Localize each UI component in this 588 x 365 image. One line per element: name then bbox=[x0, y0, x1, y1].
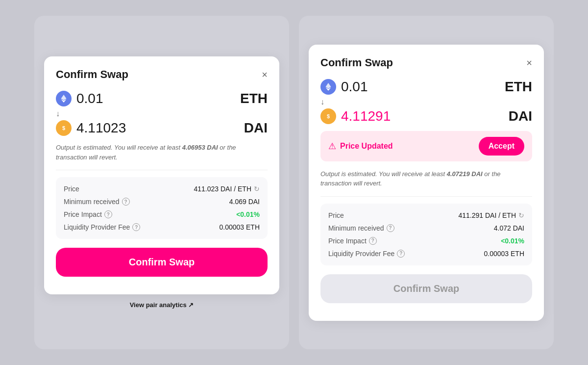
price-updated-text: Price Updated bbox=[340, 142, 393, 151]
left-from-amount: 0.01 bbox=[76, 91, 103, 106]
left-panel-container: Confirm Swap × 0.01 ETH ↓ bbox=[34, 16, 289, 349]
right-price-row: Price 411.291 DAI / ETH ↻ bbox=[328, 211, 524, 219]
right-dai-icon: $ bbox=[320, 108, 336, 124]
left-confirm-swap-button[interactable]: Confirm Swap bbox=[56, 248, 268, 277]
right-price-value: 411.291 DAI / ETH ↻ bbox=[458, 211, 524, 219]
right-divider bbox=[320, 196, 532, 197]
price-updated-left: ⚠ Price Updated bbox=[328, 141, 393, 152]
left-price-value-text: 411.023 DAI / ETH bbox=[194, 185, 251, 193]
left-price-value: 411.023 DAI / ETH ↻ bbox=[194, 185, 260, 193]
right-to-token-row: $ 4.11291 DAI bbox=[320, 108, 532, 124]
left-lp-fee-value: 0.00003 ETH bbox=[220, 223, 260, 231]
right-min-received-row: Minimum received ? 4.072 DAI bbox=[328, 224, 524, 232]
svg-text:$: $ bbox=[327, 113, 330, 119]
right-from-token-left: 0.01 bbox=[320, 79, 368, 95]
left-dai-icon: $ bbox=[56, 120, 72, 136]
right-refresh-icon[interactable]: ↻ bbox=[518, 211, 524, 219]
left-min-received-label: Minimum received ? bbox=[64, 198, 130, 206]
page-wrapper: Confirm Swap × 0.01 ETH ↓ bbox=[0, 0, 588, 365]
left-price-impact-row: Price Impact ? <0.01% bbox=[64, 210, 260, 218]
left-close-button[interactable]: × bbox=[262, 70, 268, 79]
left-min-received-row: Minimum received ? 4.069 DAI bbox=[64, 198, 260, 206]
left-price-impact-value: <0.01% bbox=[236, 210, 260, 218]
right-price-impact-label: Price Impact ? bbox=[328, 237, 377, 245]
left-estimated-bold: 4.06953 DAI bbox=[182, 144, 218, 151]
left-min-received-info-icon[interactable]: ? bbox=[122, 198, 130, 206]
right-lp-fee-info-icon[interactable]: ? bbox=[397, 250, 405, 258]
left-modal: Confirm Swap × 0.01 ETH ↓ bbox=[44, 56, 279, 294]
right-close-button[interactable]: × bbox=[526, 58, 532, 68]
left-to-token-row: $ 4.11023 DAI bbox=[56, 120, 268, 136]
left-refresh-icon[interactable]: ↻ bbox=[254, 185, 260, 193]
left-price-row: Price 411.023 DAI / ETH ↻ bbox=[64, 185, 260, 193]
left-details-section: Price 411.023 DAI / ETH ↻ Minimum receiv… bbox=[56, 177, 268, 239]
right-from-symbol: ETH bbox=[505, 79, 532, 95]
left-modal-title: Confirm Swap bbox=[56, 68, 128, 81]
right-confirm-swap-button: Confirm Swap bbox=[320, 274, 532, 303]
right-to-token-left: $ 4.11291 bbox=[320, 108, 391, 124]
left-price-impact-label: Price Impact ? bbox=[64, 210, 112, 218]
right-eth-icon bbox=[320, 79, 336, 95]
right-price-label: Price bbox=[328, 211, 344, 219]
left-price-impact-info-icon[interactable]: ? bbox=[104, 210, 112, 218]
right-lp-fee-label: Liquidity Provider Fee ? bbox=[328, 250, 405, 258]
left-lp-fee-row: Liquidity Provider Fee ? 0.00003 ETH bbox=[64, 223, 260, 231]
right-price-value-text: 411.291 DAI / ETH bbox=[458, 211, 516, 219]
right-estimated-pre: Output is estimated. You will receive at… bbox=[320, 170, 447, 178]
left-from-token-left: 0.01 bbox=[56, 91, 103, 106]
left-to-token-left: $ 4.11023 bbox=[56, 120, 126, 136]
left-estimated-pre: Output is estimated. You will receive at… bbox=[56, 144, 182, 151]
right-arrow-down: ↓ bbox=[320, 98, 532, 106]
right-details-section: Price 411.291 DAI / ETH ↻ Minimum receiv… bbox=[320, 204, 532, 265]
view-analytics-link[interactable]: View pair analytics ↗ bbox=[130, 301, 194, 309]
right-modal-header: Confirm Swap × bbox=[320, 56, 532, 69]
left-modal-header: Confirm Swap × bbox=[56, 68, 268, 81]
left-from-token-row: 0.01 ETH bbox=[56, 91, 268, 106]
right-lp-fee-row: Liquidity Provider Fee ? 0.00003 ETH bbox=[328, 250, 524, 258]
warning-icon: ⚠ bbox=[328, 141, 336, 152]
right-estimated-bold: 4.07219 DAI bbox=[447, 170, 483, 178]
left-lp-fee-label: Liquidity Provider Fee ? bbox=[64, 223, 140, 231]
left-lp-fee-info-icon[interactable]: ? bbox=[132, 223, 140, 231]
right-min-received-value: 4.072 DAI bbox=[494, 224, 524, 232]
left-to-symbol: DAI bbox=[244, 120, 268, 136]
right-price-impact-row: Price Impact ? <0.01% bbox=[328, 237, 524, 245]
right-min-received-label: Minimum received ? bbox=[328, 224, 394, 232]
accept-button[interactable]: Accept bbox=[479, 137, 524, 156]
left-min-received-value: 4.069 DAI bbox=[229, 198, 260, 206]
right-to-symbol: DAI bbox=[509, 108, 532, 124]
right-price-impact-value: <0.01% bbox=[501, 237, 524, 245]
right-panel-container: Confirm Swap × 0.01 ETH ↓ bbox=[299, 16, 554, 349]
right-lp-fee-value: 0.00003 ETH bbox=[484, 250, 525, 258]
left-divider bbox=[56, 170, 268, 170]
left-estimated-text: Output is estimated. You will receive at… bbox=[56, 143, 268, 162]
right-estimated-text: Output is estimated. You will receive at… bbox=[320, 169, 532, 188]
right-to-amount: 4.11291 bbox=[341, 108, 391, 124]
svg-text:$: $ bbox=[62, 125, 65, 131]
left-eth-icon bbox=[56, 91, 72, 106]
right-from-token-row: 0.01 ETH bbox=[320, 79, 532, 95]
right-modal-title: Confirm Swap bbox=[320, 56, 393, 69]
right-modal: Confirm Swap × 0.01 ETH ↓ bbox=[309, 45, 544, 321]
price-updated-banner: ⚠ Price Updated Accept bbox=[320, 131, 532, 161]
left-from-symbol: ETH bbox=[240, 91, 268, 106]
left-price-label: Price bbox=[64, 185, 79, 193]
left-arrow-down: ↓ bbox=[56, 109, 268, 118]
right-price-impact-info-icon[interactable]: ? bbox=[369, 237, 377, 245]
right-min-received-info-icon[interactable]: ? bbox=[387, 224, 394, 232]
left-to-amount: 4.11023 bbox=[76, 120, 126, 136]
right-from-amount: 0.01 bbox=[341, 79, 368, 95]
